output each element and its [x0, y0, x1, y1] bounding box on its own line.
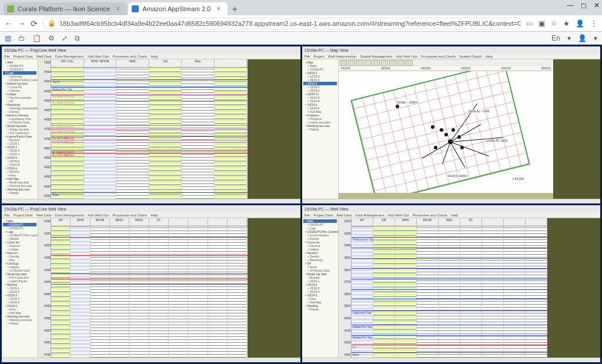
close-icon[interactable]: × — [216, 5, 220, 13]
menu-item[interactable]: Processes and Charts — [421, 55, 456, 58]
map-toolbar[interactable] — [339, 59, 554, 66]
formation-marker[interactable] — [51, 255, 248, 256]
menu-item[interactable]: Add Well Ops — [396, 55, 418, 58]
maximize-icon[interactable]: ◻ — [581, 1, 587, 9]
clipboard-icon[interactable]: 📋 — [32, 34, 41, 42]
menu-item[interactable]: Help — [485, 55, 492, 58]
tool-icon[interactable] — [389, 60, 396, 66]
menu-item[interactable]: Spatial Management — [360, 55, 392, 58]
tree-item[interactable]: • Palette — [303, 308, 337, 311]
formation-marker[interactable] — [352, 279, 548, 279]
menu-item[interactable]: Add Well Ops — [387, 213, 409, 217]
log-area[interactable]: 4350440044504500455046004650470047504800… — [38, 59, 300, 199]
formation-marker[interactable]: Marker/Fm Top — [352, 335, 548, 336]
back-icon[interactable]: ← — [5, 19, 13, 28]
formation-marker[interactable]: PL-DPT-RES-01 — [51, 136, 248, 136]
tree-item[interactable]: • Palette — [303, 128, 337, 131]
browser-tab-1[interactable]: Amazon AppStream 2.0 × — [128, 2, 228, 15]
menu-item[interactable]: Data Management — [355, 213, 384, 217]
tree-item[interactable]: • Palette — [3, 191, 36, 195]
map-canvas[interactable]: 15/18a – 1000m15/19-3y – 140015/18a-PC-1… — [339, 71, 554, 193]
multi-window-icon[interactable]: ⧉ — [75, 34, 80, 42]
formation-marker[interactable]: PL-MAP-TOP-01 — [51, 94, 248, 95]
cube-icon[interactable]: ▧ — [5, 34, 11, 42]
formation-marker[interactable] — [51, 279, 248, 279]
tool-icon[interactable] — [373, 60, 380, 66]
menu-item[interactable]: Processes and Charts — [113, 55, 148, 58]
menu-item[interactable]: Well Data — [36, 213, 52, 217]
menu-item[interactable]: Project — [313, 55, 325, 58]
menu-item[interactable]: Well Data — [336, 213, 352, 217]
formation-marker[interactable]: PL-DPT-RES-02 — [51, 140, 248, 141]
menu-item[interactable]: Processes and Charts — [413, 213, 447, 217]
menu-item[interactable]: Well Data — [36, 55, 52, 58]
menu-item[interactable]: File — [4, 213, 10, 217]
formation-marker[interactable]: Pleistocene Top — [352, 237, 548, 238]
settings-icon[interactable]: ⚙ — [48, 34, 55, 42]
log-area[interactable]: 4150420042504300435044004450450045504600… — [38, 218, 300, 358]
menu-item[interactable]: Project Data — [14, 55, 33, 58]
tool-icon[interactable] — [348, 60, 355, 66]
formation-marker[interactable] — [51, 237, 248, 238]
menu-item[interactable]: Project Data — [14, 213, 33, 217]
log-tracks[interactable]: SPGRNPHIRHOBRESDT Pleistocene TopOligoce… — [352, 218, 548, 358]
formation-marker[interactable]: L1 — [352, 345, 548, 345]
log-tracks[interactable]: GR / CALNPHI / RHOBRESLithMisc Top AMark… — [51, 59, 248, 199]
tool-icon[interactable] — [406, 60, 413, 66]
forward-icon[interactable]: → — [18, 19, 26, 28]
formation-marker[interactable] — [352, 299, 548, 299]
menu-item[interactable]: File — [305, 213, 310, 217]
menu-item[interactable]: Help — [151, 55, 158, 58]
new-tab-button[interactable]: + — [229, 4, 240, 15]
minimize-icon[interactable]: — — [567, 1, 574, 9]
tool-icon[interactable] — [356, 60, 363, 66]
well-symbol[interactable] — [434, 146, 437, 149]
folder-icon[interactable]: 🗀 — [18, 34, 25, 42]
menu-item[interactable]: Data Management — [55, 213, 84, 217]
tree-sidebar[interactable]: • Map• Wells• 15/18a-PC• 15/19-1• 15/19-… — [302, 59, 339, 199]
screen-icon[interactable]: ▣ — [539, 19, 545, 28]
formation-marker[interactable]: Marker/Fm Top — [352, 325, 548, 325]
formation-marker[interactable]: Marker/Fm Top — [51, 87, 248, 88]
browser-tab-0[interactable]: Curate Platform — Ikon Science × — [4, 2, 127, 15]
log-tracks[interactable]: GRNPHIRHOBRES1RES2DT — [51, 218, 248, 358]
formation-marker[interactable]: Oligocene Top — [352, 310, 548, 311]
url-input[interactable]: 🔒 18b3ad9f64cb95bcb4df34a9e4b22ee0aa47d6… — [42, 18, 521, 29]
tree-item[interactable]: • Palette — [3, 322, 36, 325]
well-symbol[interactable] — [444, 133, 448, 136]
menu-item[interactable]: Well Interpretation — [328, 55, 357, 58]
tool-icon[interactable] — [397, 60, 404, 66]
formation-marker[interactable] — [352, 289, 548, 290]
formation-marker[interactable]: PL-MAP-TOP-05 — [51, 150, 248, 151]
formation-marker[interactable] — [352, 268, 548, 269]
window-icon[interactable]: ▭ — [526, 19, 533, 28]
star-icon[interactable]: ☆ — [551, 19, 557, 28]
tree-sidebar[interactable]: • Well• 15/18b-PC• 15/18b-PC• Logs• Data… — [2, 59, 38, 199]
formation-marker[interactable]: PL-MAP-TOP-02 — [51, 101, 248, 101]
well-symbol[interactable] — [452, 128, 455, 132]
formation-marker[interactable] — [51, 273, 248, 274]
reload-icon[interactable]: ⟳ — [31, 19, 38, 28]
formation-marker[interactable]: PL-MAP-TOP-04 — [51, 129, 248, 130]
formation-marker[interactable]: Base — [51, 192, 248, 193]
formation-marker[interactable]: Top A — [51, 79, 248, 80]
menu-item[interactable]: Seabed Depth — [459, 55, 481, 58]
chevron-down-icon[interactable]: ▾ — [567, 34, 571, 42]
well-symbol[interactable] — [440, 128, 443, 132]
person-icon[interactable]: 👤 — [576, 19, 584, 28]
lang-indicator[interactable]: En — [551, 34, 560, 42]
log-area[interactable]: 3200330034003500360037003800390040004100… — [339, 218, 601, 358]
formation-marker[interactable] — [352, 248, 548, 248]
formation-marker[interactable]: PL-DPT-RES-03 — [51, 153, 248, 153]
well-symbol[interactable] — [448, 139, 453, 144]
menu-icon[interactable]: ⋮ — [590, 19, 597, 28]
formation-marker[interactable]: Base — [352, 352, 548, 353]
tree-sidebar[interactable]: • Well• 15/18a-PC• 15/18b-PC• Logs• 15/1… — [2, 218, 38, 358]
menu-item[interactable]: Add Well Ops — [88, 55, 109, 58]
menu-item[interactable]: Data Management — [55, 55, 84, 58]
menu-item[interactable]: Project Data — [313, 213, 333, 217]
menu-item[interactable]: Processes and Charts — [113, 213, 148, 217]
menu-item[interactable]: File — [4, 55, 10, 58]
well-symbol[interactable] — [460, 146, 464, 149]
fullscreen-icon[interactable]: ⤢ — [62, 34, 68, 42]
